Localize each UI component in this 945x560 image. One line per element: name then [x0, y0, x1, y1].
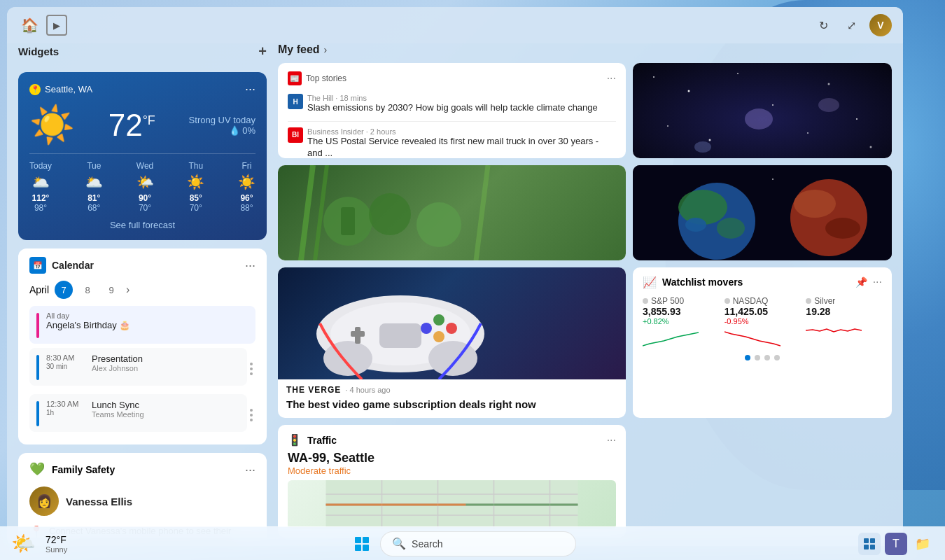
event-options-presentation[interactable]: [247, 348, 255, 390]
panel-header: 🏠 ▶ ↻ ⤢ V: [7, 7, 903, 43]
svg-point-7: [709, 139, 711, 141]
calendar-month-nav: April 7 8 9 ›: [29, 281, 255, 299]
sp500-chart: [643, 328, 719, 349]
svg-rect-55: [870, 538, 875, 543]
svg-point-1: [688, 90, 690, 92]
taskbar-left: 🌤️ 72°F Sunny: [11, 532, 67, 555]
james-webb-card[interactable]: CNET · 3m ago In Astonishing James Webb …: [633, 63, 892, 158]
calendar-chevron[interactable]: ›: [126, 284, 130, 296]
widget-panel: 🏠 ▶ ↻ ⤢ V Widgets + 📍 Seattle, WA ···: [7, 7, 903, 546]
svg-point-36: [428, 341, 477, 376]
traffic-card: 🚦 Traffic ··· WA-99, Seattle Moderate tr…: [278, 425, 626, 538]
svg-point-30: [772, 178, 774, 180]
calendar-event-presentation[interactable]: 8:30 AM30 min Presentation Alex Johnson: [29, 348, 247, 386]
weather-temp: 72°F: [108, 108, 155, 142]
svg-point-8: [807, 132, 808, 134]
svg-point-5: [856, 118, 858, 120]
top-stories-text: 📰 Top stories ··· H The Hill · 18 mins S…: [278, 63, 626, 158]
nasdaq-dot: [724, 298, 730, 304]
calendar-event-birthday[interactable]: All day Angela's Birthday 🎂: [29, 306, 255, 344]
add-widget-button[interactable]: +: [258, 43, 267, 59]
traffic-location: WA-99, Seattle: [288, 451, 616, 465]
svg-rect-18: [341, 207, 355, 235]
game-deals-image: [278, 267, 626, 379]
article-the-hill[interactable]: H The Hill · 18 mins Slash emissions by …: [288, 91, 616, 117]
media-icon[interactable]: ▶: [46, 15, 67, 36]
event-sub-presentation: Alex Johnson: [92, 364, 143, 372]
weather-more-button[interactable]: ···: [245, 82, 255, 97]
svg-point-28: [794, 190, 836, 218]
forecast-thu: Thu ☀️ 85° 70°: [187, 161, 204, 213]
food-svg: [278, 165, 626, 260]
watchlist-more-button[interactable]: ···: [873, 276, 882, 288]
stars-svg: [633, 63, 892, 158]
svg-point-10: [870, 146, 872, 148]
calendar-event-lunch[interactable]: 12:30 AM1h Lunch Sync Teams Meeting: [29, 394, 247, 432]
svg-point-26: [685, 218, 706, 232]
event-time-lunch: 12:30 AM1h: [46, 400, 85, 416]
top-stories-more[interactable]: ···: [607, 72, 616, 85]
calendar-event-lunch-wrap: 12:30 AM1h Lunch Sync Teams Meeting: [29, 394, 255, 436]
article-the-hill-body: The Hill · 18 mins Slash emissions by 20…: [307, 94, 616, 114]
top-stories-icon: 📰: [288, 71, 302, 85]
planets-svg: [633, 165, 892, 260]
svg-point-2: [737, 73, 738, 74]
traffic-map: [288, 480, 616, 529]
calendar-day-7[interactable]: 7: [55, 281, 73, 299]
svg-point-16: [369, 193, 411, 235]
task-view-button[interactable]: [858, 533, 881, 555]
svg-point-17: [416, 202, 461, 247]
file-explorer-button[interactable]: 📁: [911, 533, 934, 555]
feed-grid: 📰 Top stories ··· H The Hill · 18 mins S…: [278, 63, 892, 538]
calendar-month: April: [29, 284, 49, 295]
calendar-widget: 📅 Calendar ··· April 7 8 9 › All day: [18, 248, 267, 444]
watchlist-silver: Silver 19.28: [806, 296, 882, 349]
article-business-insider[interactable]: BI Business Insider · 2 hours The US Pos…: [288, 125, 616, 158]
weather-main: ☀️ 72°F Strong UV today 💧 0%: [29, 104, 255, 146]
expand-button[interactable]: ⤢: [841, 15, 861, 35]
forecast-today: Today 🌥️ 112° 98°: [29, 161, 52, 213]
see-full-forecast-button[interactable]: See full forecast: [29, 220, 255, 230]
top-stories-card[interactable]: 📰 Top stories ··· H The Hill · 18 mins S…: [278, 63, 626, 158]
watchlist-pin-button[interactable]: 📌: [855, 276, 867, 288]
weather-widget: 📍 Seattle, WA ··· ☀️ 72°F Strong UV toda…: [18, 72, 267, 240]
svg-rect-43: [351, 331, 365, 337]
home-icon[interactable]: 🏠: [18, 14, 41, 36]
traffic-more-button[interactable]: ···: [607, 434, 616, 447]
windows-start-button[interactable]: [349, 531, 374, 556]
svg-point-13: [818, 98, 839, 112]
refresh-button[interactable]: ↻: [813, 15, 833, 35]
james-webb-image: [633, 63, 892, 158]
calendar-title: Calendar: [52, 260, 245, 271]
calendar-more-button[interactable]: ···: [245, 258, 255, 273]
calendar-day-8[interactable]: 8: [78, 281, 97, 299]
silver-dot: [806, 298, 811, 304]
event-options-lunch[interactable]: [247, 394, 255, 436]
taskbar-weather-icon: 🌤️: [11, 532, 36, 555]
teams-button[interactable]: T: [885, 533, 907, 555]
calendar-day-9[interactable]: 9: [102, 281, 120, 299]
user-avatar[interactable]: V: [869, 14, 892, 36]
taskbar-weather: 72°F Sunny: [46, 534, 67, 554]
svg-point-29: [825, 218, 860, 239]
watchlist-title: Watchlist movers: [662, 276, 850, 288]
windows-logo: [355, 537, 369, 551]
alien-worlds-card[interactable]: CNET · 3m ago Scientists Identify Two Al…: [633, 165, 892, 260]
svg-point-6: [667, 125, 668, 127]
family-more-button[interactable]: ···: [245, 463, 255, 477]
traffic-status: Moderate traffic: [288, 465, 616, 476]
game-deals-card[interactable]: THE VERGE · 4 hours ago The best video g…: [278, 267, 626, 419]
feed-chevron[interactable]: ›: [324, 44, 328, 55]
svg-line-20: [313, 165, 327, 260]
avatar-initial: V: [877, 20, 883, 31]
search-label: Search: [412, 538, 442, 550]
taskbar-search-bar[interactable]: 🔍 Search: [380, 531, 576, 556]
cardiologists-card[interactable]: delish · 21m ago Cardiologists Say These…: [278, 165, 626, 260]
watchlist-card: 📈 Watchlist movers 📌 ··· S&P 500 3,85: [633, 267, 892, 419]
header-actions: ↻ ⤢ V: [813, 14, 892, 36]
weather-conditions: Strong UV today 💧 0%: [189, 115, 255, 136]
traffic-map-svg: [288, 480, 616, 529]
svg-point-39: [446, 323, 457, 334]
bi-logo: BI: [288, 127, 303, 143]
panel-body: Widgets + 📍 Seattle, WA ··· ☀️ 72°F: [7, 43, 903, 546]
